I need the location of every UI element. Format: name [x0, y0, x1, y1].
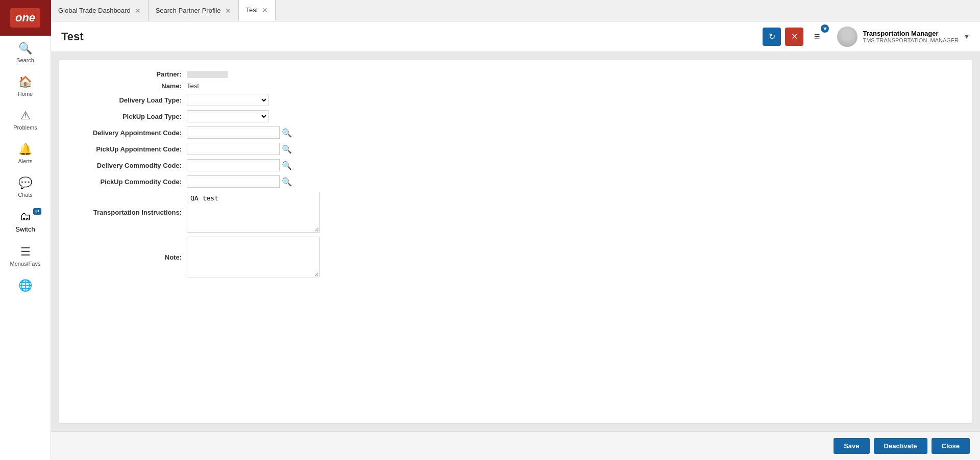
tab-global-trade-close[interactable]: ✕: [135, 7, 141, 15]
star-icon: ★: [823, 25, 827, 31]
note-label: Note:: [75, 253, 187, 261]
delivery-commodity-code-search-button[interactable]: 🔍: [282, 161, 292, 170]
note-textarea[interactable]: [187, 237, 320, 277]
delivery-appointment-code-row: Delivery Appointment Code: 🔍: [75, 126, 957, 139]
sidebar-item-search-label: Search: [16, 57, 34, 63]
delivery-commodity-code-input[interactable]: [187, 159, 280, 171]
search-icon: 🔍: [18, 42, 32, 55]
sidebar-item-switch[interactable]: 🗂 ⇄ Switch: [0, 204, 51, 239]
switch-icon: 🗂: [20, 210, 31, 223]
user-details: Transportation Manager TMS.TRANSPORTATIO…: [863, 30, 959, 43]
home-icon: 🏠: [18, 75, 32, 89]
form-container: Partner: Name: Test Delivery Load Type: …: [59, 60, 972, 424]
chat-icon: 💬: [18, 176, 32, 190]
tab-global-trade-label: Global Trade Dashboard: [58, 7, 131, 14]
header-bar: Test ↻ ✕ ≡ ★ Transportation Manager: [51, 21, 980, 52]
sidebar-item-alerts[interactable]: 🔔 Alerts: [0, 137, 51, 170]
sidebar-item-home[interactable]: 🏠 Home: [0, 69, 51, 103]
note-row: Note:: [75, 237, 957, 277]
main-area: Global Trade Dashboard ✕ Search Partner …: [51, 0, 980, 460]
sidebar-item-problems[interactable]: ⚠ Problems: [0, 103, 51, 137]
tab-search-partner[interactable]: Search Partner Profile ✕: [149, 0, 239, 21]
tab-test-close[interactable]: ✕: [262, 6, 268, 14]
name-label: Name:: [75, 82, 187, 90]
content-area: Test ↻ ✕ ≡ ★ Transportation Manager: [51, 21, 980, 460]
transportation-instructions-row: Transportation Instructions: QA test: [75, 192, 957, 233]
avatar-image: [837, 27, 857, 47]
transportation-instructions-textarea[interactable]: QA test: [187, 192, 320, 233]
close-button[interactable]: ✕: [785, 28, 803, 46]
delivery-load-type-select[interactable]: [187, 94, 268, 106]
name-row: Name: Test: [75, 82, 957, 90]
sidebar-item-menus-label: Menus/Favs: [10, 261, 41, 267]
bell-icon: 🔔: [18, 143, 32, 156]
pickup-commodity-code-row: PickUp Commodity Code: 🔍: [75, 175, 957, 188]
avatar: [837, 27, 857, 47]
sidebar-item-menus[interactable]: ☰ Menus/Favs: [0, 239, 51, 273]
pickup-load-type-select[interactable]: [187, 110, 268, 122]
pickup-load-type-row: PickUp Load Type:: [75, 110, 957, 122]
tab-search-partner-close[interactable]: ✕: [225, 7, 231, 15]
notification-badge: ★: [821, 24, 829, 33]
pickup-commodity-code-label: PickUp Commodity Code:: [75, 178, 187, 186]
app-logo[interactable]: one: [0, 0, 51, 36]
delivery-commodity-code-label: Delivery Commodity Code:: [75, 162, 187, 169]
globe-icon: 🌐: [18, 279, 32, 292]
delivery-appointment-code-search-button[interactable]: 🔍: [282, 128, 292, 138]
tab-test-label: Test: [246, 6, 258, 14]
pickup-appointment-code-row: PickUp Appointment Code: 🔍: [75, 143, 957, 155]
deactivate-button[interactable]: Deactivate: [874, 438, 927, 454]
delivery-appointment-code-field: 🔍: [187, 126, 292, 139]
pickup-load-type-label: PickUp Load Type:: [75, 113, 187, 120]
delivery-load-type-label: Delivery Load Type:: [75, 96, 187, 104]
user-dropdown-arrow[interactable]: ▼: [964, 33, 970, 40]
partner-label: Partner:: [75, 70, 187, 78]
tab-bar: Global Trade Dashboard ✕ Search Partner …: [51, 0, 980, 21]
sidebar-item-home-label: Home: [18, 91, 33, 97]
delivery-appointment-code-label: Delivery Appointment Code:: [75, 129, 187, 137]
partner-value-placeholder: [187, 71, 228, 78]
pickup-commodity-code-input[interactable]: [187, 175, 280, 188]
footer-bar: Save Deactivate Close: [51, 431, 980, 460]
delivery-commodity-code-field: 🔍: [187, 159, 292, 171]
sidebar-item-chats[interactable]: 💬 Chats: [0, 170, 51, 204]
tab-global-trade[interactable]: Global Trade Dashboard ✕: [51, 0, 149, 21]
pickup-appointment-code-label: PickUp Appointment Code:: [75, 145, 187, 153]
delivery-load-type-row: Delivery Load Type:: [75, 94, 957, 106]
sidebar-item-switch-label: Switch: [15, 225, 35, 233]
pickup-appointment-code-field: 🔍: [187, 143, 292, 155]
notification-bell[interactable]: ≡ ★: [807, 28, 826, 46]
sidebar-item-problems-label: Problems: [13, 124, 37, 131]
pickup-commodity-code-field: 🔍: [187, 175, 292, 188]
logo-text: one: [10, 8, 40, 28]
user-name: Transportation Manager: [863, 30, 959, 37]
sidebar: one 🔍 Search 🏠 Home ⚠ Problems 🔔 Alerts …: [0, 0, 51, 460]
switch-badge: ⇄: [33, 208, 41, 215]
pickup-appointment-code-search-button[interactable]: 🔍: [282, 144, 292, 154]
save-button[interactable]: Save: [834, 438, 869, 454]
sidebar-item-search[interactable]: 🔍 Search: [0, 36, 51, 69]
header-actions: ↻ ✕ ≡ ★ Transportation Manager TMS.TRANS…: [763, 27, 970, 47]
partner-row: Partner:: [75, 70, 957, 78]
sidebar-item-alerts-label: Alerts: [18, 158, 32, 164]
delivery-commodity-code-row: Delivery Commodity Code: 🔍: [75, 159, 957, 171]
refresh-button[interactable]: ↻: [763, 28, 781, 46]
page-title: Test: [61, 30, 763, 43]
warning-icon: ⚠: [20, 109, 31, 122]
name-value: Test: [187, 82, 199, 90]
pickup-commodity-code-search-button[interactable]: 🔍: [282, 177, 292, 187]
menu-icon: ☰: [20, 245, 31, 259]
sidebar-item-globe[interactable]: 🌐: [0, 273, 51, 300]
transportation-instructions-label: Transportation Instructions:: [75, 209, 187, 216]
user-role: TMS.TRANSPORTATION_MANAGER: [863, 37, 959, 43]
user-info: Transportation Manager TMS.TRANSPORTATIO…: [837, 27, 970, 47]
tab-test[interactable]: Test ✕: [239, 0, 276, 21]
sidebar-item-chats-label: Chats: [18, 192, 33, 198]
close-form-button[interactable]: Close: [932, 438, 970, 454]
pickup-appointment-code-input[interactable]: [187, 143, 280, 155]
delivery-appointment-code-input[interactable]: [187, 126, 280, 139]
tab-search-partner-label: Search Partner Profile: [156, 7, 221, 14]
